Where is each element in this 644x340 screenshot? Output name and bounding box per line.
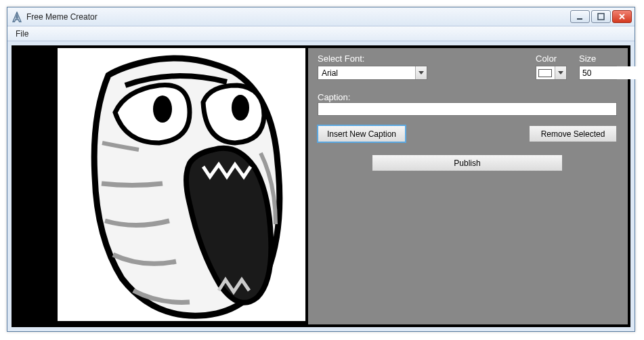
- maximize-button[interactable]: [591, 10, 611, 23]
- window-controls: [570, 10, 632, 23]
- svg-rect-0: [577, 18, 582, 20]
- close-button[interactable]: [612, 10, 632, 23]
- size-label: Size: [579, 54, 617, 64]
- app-icon: [12, 12, 22, 22]
- client-area: Select Font: Arial Color: [7, 41, 635, 331]
- font-select-value: Arial: [318, 68, 415, 78]
- titlebar: Free Meme Creator: [7, 7, 635, 26]
- caption-input[interactable]: [318, 102, 617, 116]
- publish-button[interactable]: Publish: [372, 154, 563, 171]
- color-swatch: [538, 69, 552, 77]
- app-window: Free Meme Creator File: [7, 7, 635, 332]
- size-spinner[interactable]: [579, 66, 617, 80]
- meme-image[interactable]: [58, 48, 305, 321]
- color-select-dropdown-button[interactable]: [555, 66, 566, 79]
- menu-file[interactable]: File: [10, 28, 34, 40]
- svg-rect-1: [598, 14, 604, 20]
- content-frame: Select Font: Arial Color: [12, 45, 630, 327]
- size-input[interactable]: [580, 66, 644, 79]
- menubar: File: [7, 26, 635, 41]
- window-title: Free Meme Creator: [26, 12, 570, 22]
- meme-canvas-area: [14, 48, 305, 324]
- svg-point-3: [153, 95, 172, 123]
- controls-panel: Select Font: Arial Color: [308, 48, 628, 324]
- font-select[interactable]: Arial: [318, 66, 427, 80]
- insert-caption-button[interactable]: Insert New Caption: [318, 125, 406, 142]
- color-select[interactable]: [536, 66, 567, 80]
- font-select-dropdown-button[interactable]: [415, 66, 427, 79]
- font-label: Select Font:: [318, 54, 427, 64]
- remove-selected-button[interactable]: Remove Selected: [529, 125, 617, 142]
- svg-point-4: [232, 95, 249, 121]
- caption-label: Caption:: [318, 92, 350, 102]
- color-label: Color: [536, 54, 567, 64]
- minimize-button[interactable]: [570, 10, 590, 23]
